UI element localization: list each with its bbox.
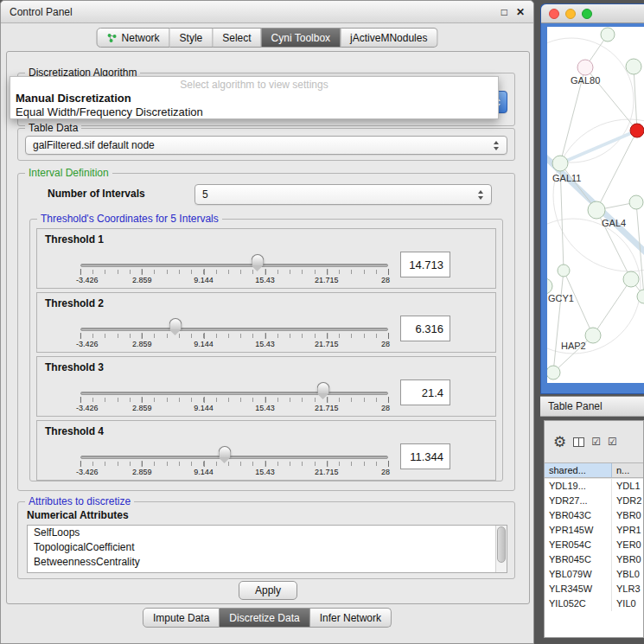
slider-axis: -3.426 2.859 9.144 15.43 21.715 28 [80, 404, 388, 414]
table-row[interactable]: YLR345WYLR3 [545, 582, 643, 596]
list-scrollbar[interactable] [495, 526, 507, 572]
tab-style-label: Style [180, 32, 203, 44]
close-icon[interactable]: ✕ [516, 6, 525, 18]
zoom-traffic-light[interactable] [582, 9, 592, 19]
checkbox-icon[interactable]: ☑ [591, 437, 601, 447]
slider-thumb[interactable] [169, 318, 182, 329]
table-panel-toolbar: ⚙ ☑ ☑ [545, 421, 643, 462]
cell: YBR043C [545, 508, 612, 523]
slider-track[interactable] [80, 456, 388, 459]
axis-label: 21.715 [315, 404, 339, 412]
cell: YIL052C [545, 596, 612, 611]
slider-thumb[interactable] [317, 382, 330, 393]
table-row[interactable]: YBL079WYBL0 [545, 567, 643, 582]
threshold-4-value-field[interactable]: 11.344 [400, 443, 450, 469]
node-label: GAL80 [571, 75, 600, 86]
axis-label: 28 [381, 340, 390, 348]
columns-icon[interactable] [573, 437, 584, 447]
float-window-icon[interactable]: □ [501, 6, 507, 18]
threshold-2-panel: Threshold 2 -3.426 2.859 9.144 15.43 21.… [36, 292, 496, 353]
slider-ticks [80, 462, 388, 466]
desktop: Control Panel □ ✕ Network Style Select C… [0, 0, 644, 644]
algorithm-option-manual[interactable]: Manual Discretization [10, 92, 498, 105]
table-row[interactable]: YPR145WYPR1 [545, 523, 643, 538]
column-header-name[interactable]: n... [612, 463, 643, 477]
close-traffic-light[interactable] [549, 9, 559, 19]
tab-infer-network-label: Infer Network [320, 612, 381, 624]
axis-label: 21.715 [315, 468, 339, 476]
minimize-traffic-light[interactable] [565, 9, 576, 19]
network-node[interactable] [601, 28, 615, 41]
network-node[interactable] [585, 328, 601, 343]
table-panel-title: Table Panel [548, 400, 603, 412]
table-row[interactable]: YBR043CYBR0 [545, 508, 643, 523]
threshold-2-value-field[interactable]: 6.316 [400, 316, 450, 341]
table-row[interactable]: YIL052CYIL0 [545, 596, 643, 611]
threshold-1-slider[interactable]: -3.426 2.859 9.144 15.43 21.715 28 [80, 250, 388, 286]
axis-label: -3.426 [76, 468, 99, 476]
table-row[interactable]: YDR27...YDR2 [545, 494, 643, 508]
slider-thumb[interactable] [252, 254, 265, 265]
number-of-intervals-value: 5 [202, 188, 208, 201]
checkbox-icon[interactable]: ☑ [608, 437, 617, 447]
network-node[interactable] [626, 59, 641, 74]
network-node[interactable] [629, 195, 643, 209]
network-node-selected[interactable] [630, 124, 644, 137]
network-node[interactable] [558, 265, 570, 277]
combo-arrows-icon [478, 190, 484, 200]
network-node[interactable] [577, 60, 593, 75]
slider-track[interactable] [80, 392, 388, 395]
threshold-2-slider[interactable]: -3.426 2.859 9.144 15.43 21.715 28 [80, 314, 388, 350]
tab-infer-network[interactable]: Infer Network [310, 608, 392, 628]
tab-discretize-data[interactable]: Discretize Data [220, 608, 309, 628]
network-node[interactable] [623, 271, 639, 287]
threshold-4-slider[interactable]: -3.426 2.859 9.144 15.43 21.715 28 [80, 442, 388, 478]
network-node[interactable] [588, 201, 605, 219]
slider-track[interactable] [80, 328, 388, 331]
column-header-shared-name[interactable]: shared... [545, 463, 612, 477]
table-row[interactable]: YER054CYER0 [545, 538, 643, 552]
tab-impute-data[interactable]: Impute Data [143, 608, 220, 628]
apply-button[interactable]: Apply [239, 581, 297, 600]
network-node[interactable] [547, 278, 552, 294]
threshold-1-value-field[interactable]: 14.713 [400, 252, 450, 277]
tab-select[interactable]: Select [213, 28, 261, 48]
threshold-3-slider[interactable]: -3.426 2.859 9.144 15.43 21.715 28 [80, 378, 388, 414]
table-rows: YDL19...YDL1 YDR27...YDR2 YBR043CYBR0 YP… [545, 479, 643, 637]
list-item[interactable]: SelfLoops [28, 526, 507, 540]
threshold-3-label: Threshold 3 [45, 361, 104, 373]
network-node[interactable] [552, 156, 568, 171]
axis-label: -3.426 [76, 276, 99, 284]
table-row[interactable]: YBR045CYBR0 [545, 552, 643, 567]
tab-cyni-toolbox[interactable]: Cyni Toolbox [262, 28, 341, 48]
cell: YDR27... [545, 494, 612, 508]
gear-icon[interactable]: ⚙ [553, 435, 566, 450]
network-node[interactable] [637, 290, 644, 303]
slider-thumb[interactable] [219, 446, 232, 457]
axis-label: 2.859 [132, 276, 152, 284]
tab-jactivemnodules[interactable]: jActiveMNodules [341, 28, 437, 48]
control-panel-titlebar: Control Panel □ ✕ [1, 1, 533, 23]
axis-label: 15.43 [255, 468, 275, 476]
slider-track[interactable] [80, 264, 388, 267]
list-item[interactable]: TopologicalCoefficient [28, 540, 507, 555]
tab-select-label: Select [222, 32, 251, 44]
interval-definition-group: Interval Definition Number of Intervals … [17, 173, 515, 491]
number-of-intervals-label: Number of Intervals [48, 188, 145, 200]
axis-label: 15.43 [255, 404, 275, 412]
number-of-intervals-combobox[interactable]: 5 [194, 184, 492, 205]
threshold-1-panel: Threshold 1 -3.426 2.859 9.144 15.43 21.… [36, 228, 496, 289]
algorithm-option-equal-width[interactable]: Equal Width/Frequency Discretization [10, 105, 498, 119]
tab-style[interactable]: Style [170, 28, 214, 48]
scrollbar-thumb[interactable] [497, 526, 506, 563]
network-node[interactable] [547, 366, 560, 379]
network-icon [107, 33, 118, 43]
network-canvas[interactable]: GAL80 GAL11 GAL4 GCY1 HAP2 [547, 27, 644, 383]
table-data-combobox[interactable]: galFiltered.sif default node [25, 136, 507, 155]
threshold-3-value-field[interactable]: 21.4 [400, 379, 450, 405]
tab-network[interactable]: Network [97, 28, 170, 48]
list-item[interactable]: BetweennessCentrality [28, 555, 507, 570]
axis-label: 28 [381, 468, 390, 476]
control-panel-title: Control Panel [10, 6, 73, 18]
table-row[interactable]: YDL19...YDL1 [545, 479, 643, 494]
